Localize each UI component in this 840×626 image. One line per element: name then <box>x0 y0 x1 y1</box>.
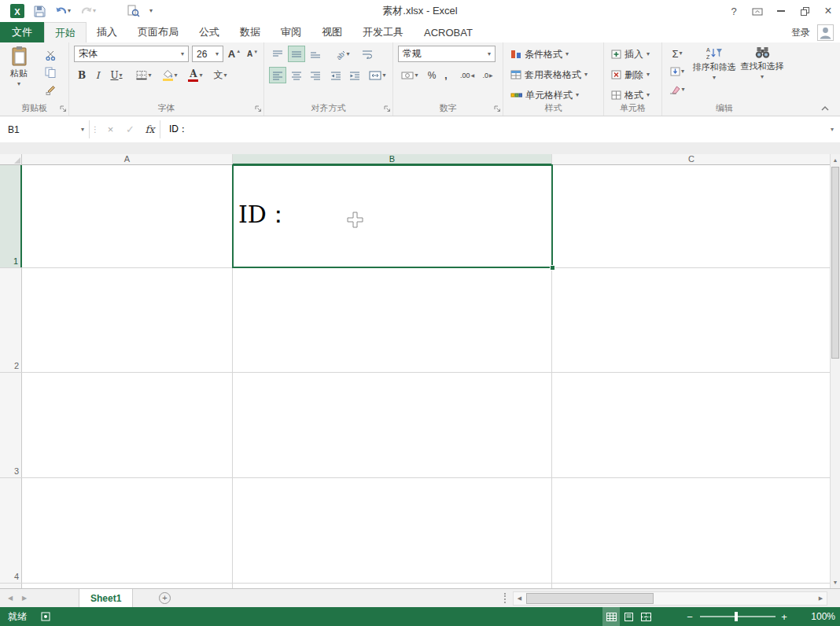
row-header-4[interactable]: 4 <box>0 477 22 583</box>
autosum-dropdown-icon[interactable]: ▾ <box>680 50 683 57</box>
align-right-button[interactable] <box>307 67 324 83</box>
insert-function-button[interactable]: fx <box>140 120 160 139</box>
vertical-scrollbar[interactable]: ▲ ▼ <box>830 154 840 588</box>
formula-bar-splitter[interactable]: ⋮ <box>90 125 101 134</box>
delete-dropdown-icon[interactable]: ▾ <box>647 72 650 78</box>
decrease-indent-button[interactable] <box>327 67 344 83</box>
print-preview-button[interactable] <box>123 2 145 20</box>
paste-dropdown-icon[interactable]: ▾ <box>17 81 20 87</box>
scroll-right-icon[interactable]: ▶ <box>815 592 827 605</box>
zoom-slider[interactable] <box>700 616 776 617</box>
tab-view[interactable]: 视图 <box>311 22 352 42</box>
phonetic-dropdown-icon[interactable]: ▾ <box>223 72 227 79</box>
row-header-partial[interactable] <box>0 583 22 588</box>
copy-button[interactable] <box>41 64 60 80</box>
row-header-1[interactable]: 1 <box>0 165 22 267</box>
font-size-combo[interactable]: 26 ▾ <box>192 46 223 62</box>
number-dialog-launcher[interactable] <box>494 105 501 112</box>
conditional-formatting-button[interactable]: 条件格式 ▾ <box>505 46 569 63</box>
align-middle-button[interactable] <box>288 46 305 62</box>
autosum-button[interactable]: Σ ▾ <box>665 46 689 61</box>
horizontal-scrollbar[interactable]: ◀ ▶ <box>513 591 827 606</box>
insert-dropdown-icon[interactable]: ▾ <box>647 51 650 57</box>
orientation-button[interactable]: ab ▾ <box>330 46 354 62</box>
next-sheet-icon[interactable]: ▶ <box>17 589 31 607</box>
tab-review[interactable]: 审阅 <box>271 22 311 42</box>
align-left-button[interactable] <box>269 67 286 83</box>
font-size-dropdown-icon[interactable]: ▾ <box>212 51 223 57</box>
wrap-text-button[interactable] <box>357 46 378 62</box>
percent-style-button[interactable]: % <box>425 67 439 83</box>
comma-style-button[interactable]: , <box>440 67 451 83</box>
number-format-dropdown-icon[interactable]: ▾ <box>484 51 495 57</box>
phonetic-guide-button[interactable]: 文 ▾ <box>209 67 231 83</box>
decrease-decimal-button[interactable]: .0 ▶ <box>478 67 497 83</box>
fill-dropdown-icon[interactable]: ▾ <box>681 68 684 75</box>
bold-button[interactable]: B <box>74 67 90 83</box>
tab-insert[interactable]: 插入 <box>87 22 127 42</box>
font-color-button[interactable]: A ▾ <box>184 67 207 83</box>
tab-acrobat[interactable]: ACROBAT <box>414 22 483 42</box>
scroll-down-icon[interactable]: ▼ <box>831 576 840 588</box>
accounting-dropdown-icon[interactable]: ▾ <box>414 72 418 79</box>
record-macro-icon[interactable] <box>41 612 50 621</box>
sign-in-link[interactable]: 登录 <box>791 26 810 39</box>
fill-color-dropdown-icon[interactable]: ▾ <box>174 72 177 79</box>
font-name-combo[interactable]: 宋体 ▾ <box>74 46 189 62</box>
normal-view-button[interactable] <box>602 607 620 626</box>
alignment-dialog-launcher[interactable] <box>384 105 391 112</box>
redo-button[interactable]: ▾ <box>76 2 101 20</box>
tab-home[interactable]: 开始 <box>44 22 87 42</box>
accounting-format-button[interactable]: ▾ <box>398 67 422 83</box>
number-format-combo[interactable]: 常规 ▾ <box>398 46 496 62</box>
format-as-table-button[interactable]: 套用表格格式 ▾ <box>505 66 588 83</box>
horizontal-scrollbar-thumb[interactable] <box>526 593 654 604</box>
align-center-button[interactable] <box>288 67 305 83</box>
increase-font-size-button[interactable]: A ▲ <box>226 46 243 62</box>
underline-button[interactable]: U ▾ <box>105 67 127 83</box>
tab-page-layout[interactable]: 页面布局 <box>127 22 189 42</box>
formula-bar-expand-icon[interactable]: ▾ <box>824 127 840 133</box>
ribbon-display-options-button[interactable] <box>746 0 769 22</box>
avatar[interactable] <box>817 24 834 41</box>
excel-app-icon[interactable]: X <box>6 2 29 20</box>
enter-button[interactable]: ✓ <box>120 120 140 139</box>
zoom-in-button[interactable]: + <box>779 607 790 626</box>
fill-button[interactable]: ▾ <box>665 64 689 79</box>
conditional-formatting-dropdown-icon[interactable]: ▾ <box>566 51 569 57</box>
borders-button[interactable]: ▾ <box>132 67 156 83</box>
undo-dropdown-icon[interactable]: ▾ <box>68 8 71 14</box>
close-button[interactable]: × <box>816 0 840 22</box>
redo-dropdown-icon[interactable]: ▾ <box>93 8 96 14</box>
qat-customize-button[interactable]: ▾ <box>145 2 157 20</box>
formula-input[interactable]: ID： <box>160 120 824 139</box>
save-button[interactable] <box>29 2 50 20</box>
clear-dropdown-icon[interactable]: ▾ <box>681 87 684 93</box>
vertical-scrollbar-thumb[interactable] <box>831 167 839 359</box>
cut-button[interactable] <box>41 46 60 63</box>
clear-button[interactable]: ▾ <box>665 82 689 98</box>
sort-filter-dropdown-icon[interactable]: ▾ <box>713 75 716 81</box>
orientation-dropdown-icon[interactable]: ▾ <box>346 51 349 57</box>
clipboard-dialog-launcher[interactable] <box>60 105 67 112</box>
increase-decimal-button[interactable]: .00 ◀ <box>458 67 477 83</box>
page-break-preview-button[interactable] <box>637 607 654 626</box>
tab-data[interactable]: 数据 <box>230 22 271 42</box>
decrease-font-size-button[interactable]: A ▼ <box>244 46 261 62</box>
merge-center-button[interactable]: ▾ <box>365 67 390 83</box>
undo-button[interactable]: ▾ <box>50 2 76 20</box>
help-button[interactable]: ? <box>722 0 746 22</box>
italic-button[interactable]: I <box>90 67 105 83</box>
merge-dropdown-icon[interactable]: ▾ <box>382 72 385 79</box>
page-layout-view-button[interactable] <box>620 607 637 626</box>
format-painter-button[interactable] <box>41 81 60 98</box>
align-top-button[interactable] <box>269 46 286 62</box>
column-header-c[interactable]: C <box>552 154 831 165</box>
column-header-b[interactable]: B <box>233 154 552 165</box>
find-select-button[interactable]: 查找和选择 ▾ <box>739 44 785 104</box>
format-dropdown-icon[interactable]: ▾ <box>647 92 650 98</box>
scroll-up-icon[interactable]: ▲ <box>831 154 840 166</box>
fill-color-button[interactable]: ▾ <box>158 67 182 83</box>
minimize-button[interactable] <box>769 0 793 22</box>
delete-cells-button[interactable]: 删除 ▾ <box>606 66 650 83</box>
